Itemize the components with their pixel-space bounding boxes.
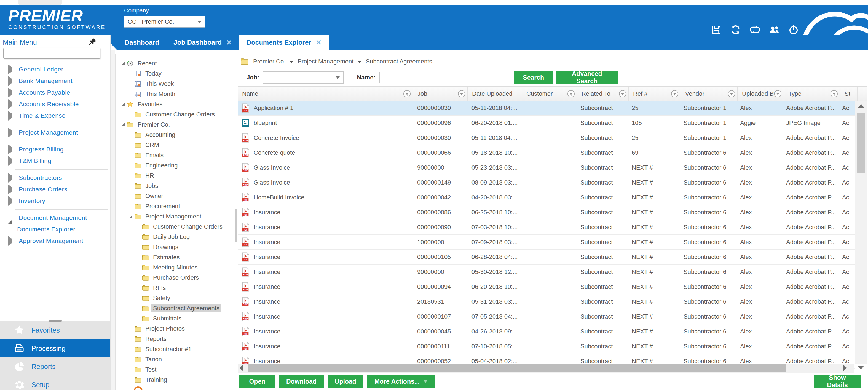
expand-arrow-icon[interactable] — [119, 123, 127, 126]
tree-node-crm[interactable]: CRM — [116, 140, 235, 150]
column-header-related-to[interactable]: Related To — [577, 87, 629, 101]
table-row[interactable]: PDFInsurance000000011107-10-2018 05:...S… — [238, 339, 855, 354]
tree-node-recent[interactable]: Recent — [116, 58, 235, 68]
tab-documents-explorer[interactable]: Documents Explorer✕ — [239, 35, 329, 50]
table-row[interactable]: PDFInsurance1000000007-09-2018 03:...Sub… — [238, 235, 855, 250]
breadcrumb-item[interactable]: Project Management — [296, 58, 355, 65]
filter-icon[interactable] — [830, 90, 838, 98]
expand-arrow-icon[interactable] — [8, 130, 12, 135]
table-row[interactable]: PDFInsurance000000008606-25-2018 10:...S… — [238, 205, 855, 220]
table-row[interactable]: PDFInsurance000000009406-20-2018 10:...S… — [238, 279, 855, 294]
open-button[interactable]: Open — [239, 374, 275, 388]
tree-node-drawings[interactable]: Drawings — [116, 242, 235, 252]
table-row[interactable]: PDFHomeBuild Invoice000000004204-20-2018… — [238, 190, 855, 205]
tree-node-purchase-orders[interactable]: Purchase Orders — [116, 272, 235, 283]
horizontal-scrollbar[interactable] — [238, 363, 854, 373]
column-header-name[interactable]: Name — [238, 87, 413, 101]
tab-close-icon[interactable]: ✕ — [226, 38, 232, 47]
expand-arrow-icon[interactable] — [8, 175, 12, 180]
table-row[interactable]: PDFInsurance2018053105-31-2018 03:...Sub… — [238, 294, 855, 309]
sidebar-item-progress-billing[interactable]: Progress Billing — [0, 144, 110, 155]
bottom-nav-processing[interactable]: Processing — [0, 339, 110, 357]
tree-node-accounting[interactable]: Accounting — [116, 130, 235, 140]
tree-node-subcontractor-1[interactable]: Subcontractor #1 — [116, 344, 235, 354]
filter-icon[interactable] — [671, 90, 679, 98]
expand-arrow-icon[interactable] — [8, 147, 12, 152]
column-header-job[interactable]: Job — [413, 87, 468, 101]
expand-arrow-icon[interactable] — [8, 158, 12, 163]
tree-node-today[interactable]: Today — [116, 68, 235, 79]
filter-icon[interactable] — [774, 90, 782, 98]
filter-icon[interactable] — [727, 90, 736, 98]
scroll-right-arrow-icon[interactable] — [843, 365, 847, 371]
expand-arrow-icon[interactable] — [8, 79, 12, 84]
company-select-caret[interactable] — [194, 17, 205, 27]
expand-arrow-icon[interactable] — [119, 102, 127, 106]
tree-node-reports[interactable]: Reports — [116, 334, 235, 344]
scroll-down-arrow-icon[interactable] — [858, 366, 864, 369]
upload-button[interactable]: Upload — [328, 374, 364, 388]
tree-node-daily-job-log[interactable]: Daily Job Log — [116, 232, 235, 242]
pin-icon[interactable] — [88, 37, 98, 47]
filter-icon[interactable] — [403, 90, 411, 98]
table-row[interactable]: PDFInsurance000000010707-05-2018 04:...S… — [238, 309, 855, 324]
expand-arrow-icon[interactable] — [8, 67, 12, 72]
scroll-left-arrow-icon[interactable] — [239, 365, 243, 371]
download-button[interactable]: Download — [279, 374, 324, 388]
show-details-button[interactable]: Show Details — [814, 374, 861, 388]
expand-arrow-icon[interactable] — [8, 187, 12, 192]
company-select[interactable]: CC - Premier Co. — [124, 16, 205, 28]
tree-node-this-month[interactable]: This Month — [116, 89, 235, 99]
breadcrumb-item[interactable]: Subcontract Agreements — [364, 58, 434, 65]
tree-node-jobs[interactable]: Jobs — [116, 181, 235, 191]
tree-node-this-week[interactable]: This Week — [116, 79, 235, 89]
vertical-scrollbar[interactable] — [855, 101, 867, 363]
tree-node-emails[interactable]: Emails — [116, 150, 235, 160]
column-header-date-uploaded[interactable]: Date Uploaded — [468, 87, 522, 101]
expand-arrow-icon[interactable] — [8, 239, 12, 244]
expand-arrow-icon[interactable] — [8, 199, 12, 204]
tree-node-customer-change-orders[interactable]: Customer Change Orders — [116, 109, 235, 119]
table-row[interactable]: PDFInsurance000000010506-28-2018 04:...S… — [238, 250, 855, 265]
sidebar-item-accounts-payable[interactable]: Accounts Payable — [0, 87, 110, 98]
tree-node-project-management[interactable]: Project Management — [116, 211, 235, 221]
advanced-search-button[interactable]: Advanced Search — [556, 71, 618, 84]
sidebar-item-approval-management[interactable]: Approval Management — [0, 235, 110, 247]
tree-node-premier-co-[interactable]: Premier Co. — [116, 119, 235, 130]
table-row[interactable]: PDFConcrete Invoice000000003005-11-2018 … — [238, 130, 855, 145]
tree-node-favorites[interactable]: Favorites — [116, 99, 235, 109]
filter-icon[interactable] — [458, 90, 466, 98]
sidebar-item-accounts-receivable[interactable]: Accounts Receivable — [0, 98, 110, 110]
tree-node-subcontract-agreements[interactable]: Subcontract Agreements — [116, 303, 235, 313]
tree-node-procurement[interactable]: Procurement — [116, 201, 235, 211]
column-header-type[interactable]: Type — [784, 87, 840, 101]
caret-down-icon[interactable] — [290, 61, 293, 63]
table-row[interactable]: PDFGlass Invoice000000014908-09-2018 03:… — [238, 175, 855, 190]
job-filter-select[interactable] — [263, 71, 344, 84]
tree-node-customer-change-orders[interactable]: Customer Change Orders — [116, 221, 235, 232]
tab-job-dashboard[interactable]: Job Dashboard✕ — [166, 35, 239, 50]
splitter-thumb[interactable] — [235, 209, 237, 242]
sidebar-item-document-management[interactable]: Document Management — [0, 212, 110, 224]
expand-arrow-icon[interactable] — [119, 62, 127, 65]
sidebar-item-subcontractors[interactable]: Subcontractors — [0, 172, 110, 184]
table-row[interactable]: PDFInsurance9000000005-30-2018 12:...Sub… — [238, 265, 855, 279]
tree-node-tarion[interactable]: Tarion — [116, 354, 235, 364]
tree-node-engineering[interactable]: Engineering — [116, 160, 235, 171]
tab-dashboard[interactable]: Dashboard — [118, 35, 166, 50]
filter-icon[interactable] — [567, 90, 575, 98]
bottom-nav-reports[interactable]: Reports — [0, 357, 110, 376]
breadcrumb-item[interactable]: Premier Co. — [251, 58, 287, 65]
column-header-st[interactable]: St — [840, 87, 858, 101]
tree-node-hr[interactable]: HR — [116, 171, 235, 181]
refresh-button[interactable] — [730, 25, 741, 35]
tree-node-submittals[interactable]: Submittals — [116, 313, 235, 324]
column-header-customer[interactable]: Customer — [522, 87, 577, 101]
job-select-caret[interactable] — [332, 72, 343, 83]
column-header-ref-[interactable]: Ref # — [629, 87, 681, 101]
filter-icon[interactable] — [618, 90, 627, 98]
sidebar-item-purchase-orders[interactable]: Purchase Orders — [0, 184, 110, 195]
sidebar-item-project-management[interactable]: Project Management — [0, 127, 110, 139]
name-filter-input[interactable] — [379, 72, 508, 83]
column-header-vendor[interactable]: Vendor — [681, 87, 738, 101]
